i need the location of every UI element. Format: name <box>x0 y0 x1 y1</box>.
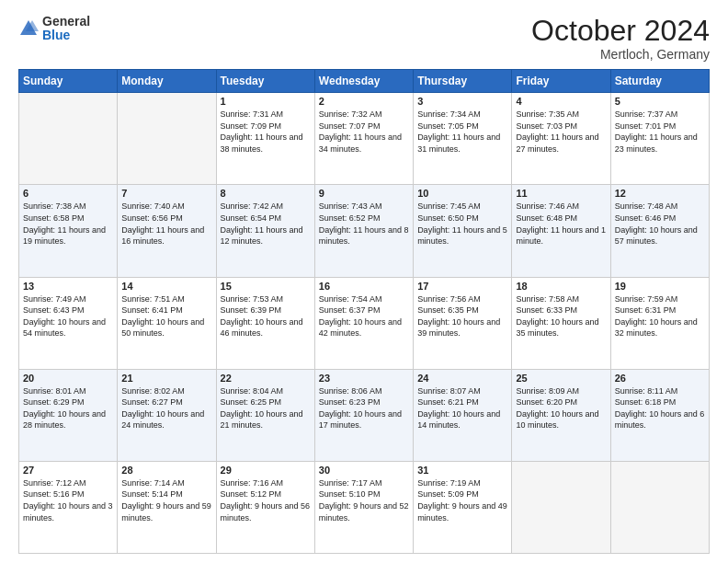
day-info: Sunrise: 7:56 AMSunset: 6:35 PMDaylight:… <box>417 293 507 339</box>
day-number: 7 <box>121 188 211 199</box>
day-info: Sunrise: 7:17 AMSunset: 5:10 PMDaylight:… <box>319 477 409 523</box>
logo-blue-text: Blue <box>42 29 90 42</box>
calendar-cell: 10Sunrise: 7:45 AMSunset: 6:50 PMDayligh… <box>414 185 512 277</box>
day-info: Sunrise: 7:59 AMSunset: 6:31 PMDaylight:… <box>615 293 705 339</box>
calendar-header-sunday: Sunday <box>19 70 118 93</box>
day-number: 26 <box>615 373 705 384</box>
calendar-cell <box>512 461 610 553</box>
day-info: Sunrise: 7:46 AMSunset: 6:48 PMDaylight:… <box>516 201 606 247</box>
day-info: Sunrise: 8:01 AMSunset: 6:29 PMDaylight:… <box>23 385 113 431</box>
day-info: Sunrise: 7:54 AMSunset: 6:37 PMDaylight:… <box>319 293 409 339</box>
calendar-cell: 12Sunrise: 7:48 AMSunset: 6:46 PMDayligh… <box>610 185 709 277</box>
day-number: 18 <box>516 281 606 292</box>
calendar-cell: 24Sunrise: 8:07 AMSunset: 6:21 PMDayligh… <box>414 369 512 461</box>
day-info: Sunrise: 8:07 AMSunset: 6:21 PMDaylight:… <box>417 385 507 431</box>
day-number: 12 <box>615 188 705 199</box>
day-number: 8 <box>221 188 311 199</box>
calendar-week-row: 20Sunrise: 8:01 AMSunset: 6:29 PMDayligh… <box>19 369 710 461</box>
day-info: Sunrise: 8:11 AMSunset: 6:18 PMDaylight:… <box>615 385 705 431</box>
day-number: 17 <box>417 281 507 292</box>
calendar-cell: 5Sunrise: 7:37 AMSunset: 7:01 PMDaylight… <box>610 93 709 185</box>
calendar-cell: 14Sunrise: 7:51 AMSunset: 6:41 PMDayligh… <box>118 277 216 369</box>
day-number: 5 <box>615 96 705 107</box>
day-info: Sunrise: 7:42 AMSunset: 6:54 PMDaylight:… <box>221 201 311 247</box>
day-info: Sunrise: 7:31 AMSunset: 7:09 PMDaylight:… <box>221 109 311 155</box>
page: General Blue October 2024 Mertloch, Germ… <box>0 0 728 563</box>
day-number: 15 <box>221 281 311 292</box>
day-number: 23 <box>319 373 409 384</box>
day-info: Sunrise: 8:02 AMSunset: 6:27 PMDaylight:… <box>121 385 211 431</box>
header: General Blue October 2024 Mertloch, Germ… <box>18 15 710 62</box>
day-number: 25 <box>516 373 606 384</box>
day-number: 29 <box>221 465 311 476</box>
day-info: Sunrise: 8:06 AMSunset: 6:23 PMDaylight:… <box>319 385 409 431</box>
day-info: Sunrise: 7:45 AMSunset: 6:50 PMDaylight:… <box>417 201 507 247</box>
calendar-cell: 22Sunrise: 8:04 AMSunset: 6:25 PMDayligh… <box>216 369 314 461</box>
calendar-header-wednesday: Wednesday <box>314 70 413 93</box>
calendar-cell: 11Sunrise: 7:46 AMSunset: 6:48 PMDayligh… <box>512 185 610 277</box>
day-info: Sunrise: 7:48 AMSunset: 6:46 PMDaylight:… <box>615 201 705 247</box>
day-info: Sunrise: 7:16 AMSunset: 5:12 PMDaylight:… <box>221 477 311 523</box>
calendar-header-saturday: Saturday <box>610 70 709 93</box>
day-number: 14 <box>121 281 211 292</box>
calendar-cell: 23Sunrise: 8:06 AMSunset: 6:23 PMDayligh… <box>314 369 413 461</box>
day-info: Sunrise: 7:35 AMSunset: 7:03 PMDaylight:… <box>516 109 606 155</box>
title-block: October 2024 Mertloch, Germany <box>531 15 710 62</box>
logo-general-text: General <box>42 15 90 29</box>
calendar-cell: 1Sunrise: 7:31 AMSunset: 7:09 PMDaylight… <box>216 93 314 185</box>
calendar-cell: 29Sunrise: 7:16 AMSunset: 5:12 PMDayligh… <box>216 461 314 553</box>
day-info: Sunrise: 7:58 AMSunset: 6:33 PMDaylight:… <box>516 293 606 339</box>
calendar-cell: 25Sunrise: 8:09 AMSunset: 6:20 PMDayligh… <box>512 369 610 461</box>
calendar-cell: 4Sunrise: 7:35 AMSunset: 7:03 PMDaylight… <box>512 93 610 185</box>
day-number: 21 <box>121 373 211 384</box>
calendar-header-row: SundayMondayTuesdayWednesdayThursdayFrid… <box>19 70 710 93</box>
day-info: Sunrise: 7:37 AMSunset: 7:01 PMDaylight:… <box>615 109 705 155</box>
day-number: 9 <box>319 188 409 199</box>
calendar-header-friday: Friday <box>512 70 610 93</box>
day-info: Sunrise: 7:34 AMSunset: 7:05 PMDaylight:… <box>417 109 507 155</box>
day-number: 13 <box>23 281 113 292</box>
month-title: October 2024 <box>531 15 710 47</box>
day-number: 3 <box>417 96 507 107</box>
calendar-cell: 13Sunrise: 7:49 AMSunset: 6:43 PMDayligh… <box>19 277 118 369</box>
day-info: Sunrise: 7:51 AMSunset: 6:41 PMDaylight:… <box>121 293 211 339</box>
calendar-cell: 27Sunrise: 7:12 AMSunset: 5:16 PMDayligh… <box>19 461 118 553</box>
day-number: 2 <box>319 96 409 107</box>
day-info: Sunrise: 8:09 AMSunset: 6:20 PMDaylight:… <box>516 385 606 431</box>
calendar-header-tuesday: Tuesday <box>216 70 314 93</box>
calendar-week-row: 1Sunrise: 7:31 AMSunset: 7:09 PMDaylight… <box>19 93 710 185</box>
logo: General Blue <box>18 15 90 43</box>
calendar-cell: 21Sunrise: 8:02 AMSunset: 6:27 PMDayligh… <box>118 369 216 461</box>
logo-icon <box>18 18 39 39</box>
day-info: Sunrise: 7:38 AMSunset: 6:58 PMDaylight:… <box>23 201 113 247</box>
calendar: SundayMondayTuesdayWednesdayThursdayFrid… <box>18 69 710 554</box>
location: Mertloch, Germany <box>531 47 710 62</box>
day-number: 19 <box>615 281 705 292</box>
day-number: 27 <box>23 465 113 476</box>
calendar-cell: 31Sunrise: 7:19 AMSunset: 5:09 PMDayligh… <box>414 461 512 553</box>
day-info: Sunrise: 7:19 AMSunset: 5:09 PMDaylight:… <box>417 477 507 523</box>
calendar-cell <box>118 93 216 185</box>
day-number: 4 <box>516 96 606 107</box>
day-number: 20 <box>23 373 113 384</box>
day-number: 16 <box>319 281 409 292</box>
day-number: 22 <box>221 373 311 384</box>
day-number: 31 <box>417 465 507 476</box>
day-number: 10 <box>417 188 507 199</box>
day-info: Sunrise: 7:53 AMSunset: 6:39 PMDaylight:… <box>221 293 311 339</box>
day-number: 30 <box>319 465 409 476</box>
calendar-header-monday: Monday <box>118 70 216 93</box>
day-info: Sunrise: 7:12 AMSunset: 5:16 PMDaylight:… <box>23 477 113 523</box>
calendar-cell: 2Sunrise: 7:32 AMSunset: 7:07 PMDaylight… <box>314 93 413 185</box>
day-number: 24 <box>417 373 507 384</box>
calendar-cell: 15Sunrise: 7:53 AMSunset: 6:39 PMDayligh… <box>216 277 314 369</box>
day-info: Sunrise: 7:14 AMSunset: 5:14 PMDaylight:… <box>121 477 211 523</box>
calendar-cell: 3Sunrise: 7:34 AMSunset: 7:05 PMDaylight… <box>414 93 512 185</box>
calendar-cell: 9Sunrise: 7:43 AMSunset: 6:52 PMDaylight… <box>314 185 413 277</box>
day-number: 6 <box>23 188 113 199</box>
day-info: Sunrise: 7:32 AMSunset: 7:07 PMDaylight:… <box>319 109 409 155</box>
calendar-cell <box>19 93 118 185</box>
day-number: 1 <box>221 96 311 107</box>
calendar-cell: 18Sunrise: 7:58 AMSunset: 6:33 PMDayligh… <box>512 277 610 369</box>
calendar-cell: 19Sunrise: 7:59 AMSunset: 6:31 PMDayligh… <box>610 277 709 369</box>
